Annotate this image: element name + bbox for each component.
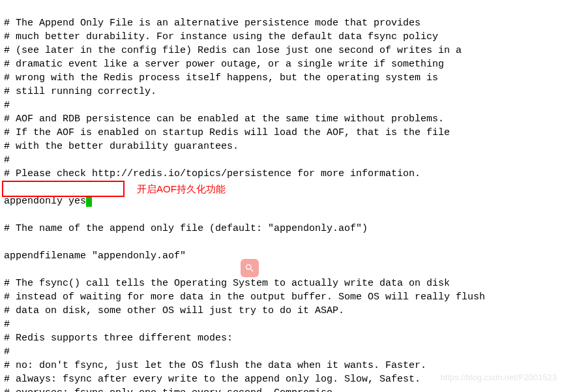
line: # with the better durability guarantees. <box>4 141 239 152</box>
line: # AOF and RDB persistence can be enabled… <box>4 113 444 125</box>
line: # (see later in the config file) Redis c… <box>4 45 462 56</box>
line: # Redis supports three different modes: <box>4 333 233 344</box>
line: # wrong with the Redis process itself ha… <box>4 72 438 83</box>
line: # much better durability. For instance u… <box>4 31 438 42</box>
line: # everysec: fsync only one time every se… <box>4 387 338 392</box>
annotation-text: 开启AOF持久化功能 <box>137 182 226 196</box>
line: # <box>4 155 10 166</box>
line: # The Append Only File is an alternative… <box>4 18 421 29</box>
cursor-icon <box>86 196 92 207</box>
line: appendfilename "appendonly.aof" <box>4 250 186 262</box>
line: # always: fsync after every write to the… <box>4 374 421 385</box>
line: # Please check http://redis.io/topics/pe… <box>4 168 421 179</box>
line: # dramatic event like a server power out… <box>4 59 444 70</box>
line: # still running correctly. <box>4 86 156 97</box>
line: # The fsync() call tells the Operating S… <box>4 278 450 289</box>
line: # The name of the append only file (defa… <box>4 223 368 234</box>
footer-watermark: https://blog.csdn.net/F2001523 <box>440 370 557 384</box>
highlight-box <box>2 181 125 197</box>
line: # instead of waiting for more data in th… <box>4 292 485 303</box>
line: # <box>4 319 10 330</box>
line: # no: don't fsync, just let the OS flush… <box>4 360 426 371</box>
appendonly-line: appendonly yes <box>4 196 92 207</box>
line: # data on disk, some other OS will just … <box>4 305 344 316</box>
line: # If the AOF is enabled on startup Redis… <box>4 127 450 138</box>
line: # <box>4 100 10 111</box>
search-icon <box>241 259 259 277</box>
line: # <box>4 346 10 357</box>
